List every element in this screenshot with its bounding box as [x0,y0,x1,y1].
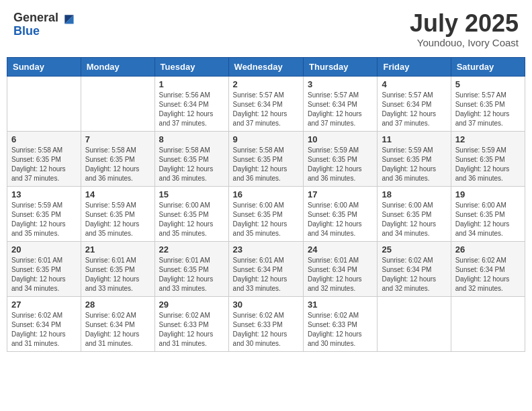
calendar-cell: 31Sunrise: 6:02 AM Sunset: 6:33 PM Dayli… [304,296,378,351]
day-info: Sunrise: 6:02 AM Sunset: 6:34 PM Dayligh… [455,256,521,293]
day-number: 6 [11,134,77,144]
day-number: 11 [382,134,446,144]
day-info: Sunrise: 6:02 AM Sunset: 6:33 PM Dayligh… [308,311,373,349]
weekday-header: Thursday [304,57,378,76]
calendar-cell: 7Sunrise: 5:58 AM Sunset: 6:35 PM Daylig… [81,131,154,186]
day-number: 3 [308,79,373,89]
calendar-cell: 26Sunrise: 6:02 AM Sunset: 6:34 PM Dayli… [451,241,525,296]
logo-general: General [13,11,58,24]
calendar-cell: 11Sunrise: 5:59 AM Sunset: 6:35 PM Dayli… [378,131,451,186]
day-info: Sunrise: 5:58 AM Sunset: 6:35 PM Dayligh… [159,146,224,183]
day-info: Sunrise: 6:00 AM Sunset: 6:35 PM Dayligh… [382,201,446,238]
calendar-cell: 25Sunrise: 6:02 AM Sunset: 6:34 PM Dayli… [378,241,451,296]
calendar-cell: 24Sunrise: 6:01 AM Sunset: 6:34 PM Dayli… [304,241,378,296]
month-title: July 2025 [410,10,519,37]
day-number: 14 [85,189,150,199]
calendar-cell: 8Sunrise: 5:58 AM Sunset: 6:35 PM Daylig… [154,131,228,186]
calendar-cell: 27Sunrise: 6:02 AM Sunset: 6:34 PM Dayli… [7,296,81,351]
weekday-header: Tuesday [154,57,228,76]
day-number: 20 [11,244,77,255]
day-number: 7 [85,134,150,144]
weekday-header: Monday [81,57,154,76]
weekday-header: Saturday [451,57,525,76]
day-number: 17 [308,189,373,199]
calendar-cell: 2Sunrise: 5:57 AM Sunset: 6:34 PM Daylig… [228,76,303,131]
title-block: July 2025 Youndouo, Ivory Coast [410,10,519,48]
calendar-cell: 22Sunrise: 6:01 AM Sunset: 6:35 PM Dayli… [154,241,228,296]
day-number: 19 [455,189,521,199]
calendar-cell: 4Sunrise: 5:57 AM Sunset: 6:34 PM Daylig… [378,76,451,131]
day-info: Sunrise: 6:01 AM Sunset: 6:34 PM Dayligh… [308,256,373,293]
calendar-header-row: SundayMondayTuesdayWednesdayThursdayFrid… [7,57,525,76]
calendar-cell: 9Sunrise: 5:58 AM Sunset: 6:35 PM Daylig… [228,131,303,186]
day-info: Sunrise: 6:02 AM Sunset: 6:34 PM Dayligh… [11,311,77,349]
logo: General Blue [13,10,75,37]
day-number: 8 [159,134,224,144]
day-info: Sunrise: 5:59 AM Sunset: 6:35 PM Dayligh… [308,146,373,183]
day-number: 29 [159,300,224,310]
day-info: Sunrise: 6:02 AM Sunset: 6:33 PM Dayligh… [233,311,299,349]
day-info: Sunrise: 6:02 AM Sunset: 6:34 PM Dayligh… [85,311,150,349]
calendar-cell: 28Sunrise: 6:02 AM Sunset: 6:34 PM Dayli… [81,296,154,351]
day-info: Sunrise: 5:57 AM Sunset: 6:35 PM Dayligh… [455,91,521,128]
calendar-week-row: 20Sunrise: 6:01 AM Sunset: 6:35 PM Dayli… [7,241,525,296]
day-number: 1 [159,79,224,89]
day-info: Sunrise: 5:59 AM Sunset: 6:35 PM Dayligh… [455,146,521,183]
day-info: Sunrise: 6:02 AM Sunset: 6:34 PM Dayligh… [382,256,446,293]
day-info: Sunrise: 6:01 AM Sunset: 6:35 PM Dayligh… [85,256,150,293]
day-info: Sunrise: 5:56 AM Sunset: 6:34 PM Dayligh… [159,91,224,128]
day-number: 22 [159,244,224,255]
calendar-cell [378,296,451,351]
day-number: 18 [382,189,446,199]
day-number: 23 [233,244,299,255]
day-number: 21 [85,244,150,255]
calendar-cell: 12Sunrise: 5:59 AM Sunset: 6:35 PM Dayli… [451,131,525,186]
weekday-header: Friday [378,57,451,76]
day-number: 9 [233,134,299,144]
day-number: 25 [382,244,446,255]
day-info: Sunrise: 6:00 AM Sunset: 6:35 PM Dayligh… [308,201,373,238]
calendar-cell: 10Sunrise: 5:59 AM Sunset: 6:35 PM Dayli… [304,131,378,186]
day-info: Sunrise: 6:01 AM Sunset: 6:34 PM Dayligh… [233,256,299,293]
calendar-cell: 5Sunrise: 5:57 AM Sunset: 6:35 PM Daylig… [451,76,525,131]
calendar-week-row: 1Sunrise: 5:56 AM Sunset: 6:34 PM Daylig… [7,76,525,131]
calendar-cell: 30Sunrise: 6:02 AM Sunset: 6:33 PM Dayli… [228,296,303,351]
day-number: 16 [233,189,299,199]
day-number: 15 [159,189,224,199]
calendar-cell [81,76,154,131]
day-info: Sunrise: 5:59 AM Sunset: 6:35 PM Dayligh… [382,146,446,183]
day-number: 26 [455,244,521,255]
day-number: 12 [455,134,521,144]
page-header: General Blue July 2025 Youndouo, Ivory C… [7,7,525,52]
calendar-cell: 15Sunrise: 6:00 AM Sunset: 6:35 PM Dayli… [154,186,228,241]
location-subtitle: Youndouo, Ivory Coast [410,37,519,48]
day-number: 5 [455,79,521,89]
calendar-cell: 29Sunrise: 6:02 AM Sunset: 6:33 PM Dayli… [154,296,228,351]
calendar-cell [7,76,81,131]
day-info: Sunrise: 5:59 AM Sunset: 6:35 PM Dayligh… [85,201,150,238]
calendar-cell: 3Sunrise: 5:57 AM Sunset: 6:34 PM Daylig… [304,76,378,131]
day-info: Sunrise: 5:58 AM Sunset: 6:35 PM Dayligh… [11,146,77,183]
day-info: Sunrise: 6:02 AM Sunset: 6:33 PM Dayligh… [159,311,224,349]
day-info: Sunrise: 6:00 AM Sunset: 6:35 PM Dayligh… [455,201,521,238]
day-number: 4 [382,79,446,89]
weekday-header: Sunday [7,57,81,76]
calendar-cell: 18Sunrise: 6:00 AM Sunset: 6:35 PM Dayli… [378,186,451,241]
day-number: 24 [308,244,373,255]
calendar-cell: 20Sunrise: 6:01 AM Sunset: 6:35 PM Dayli… [7,241,81,296]
calendar-cell: 19Sunrise: 6:00 AM Sunset: 6:35 PM Dayli… [451,186,525,241]
calendar-cell: 13Sunrise: 5:59 AM Sunset: 6:35 PM Dayli… [7,186,81,241]
day-number: 28 [85,300,150,310]
day-info: Sunrise: 5:57 AM Sunset: 6:34 PM Dayligh… [233,91,299,128]
calendar-week-row: 27Sunrise: 6:02 AM Sunset: 6:34 PM Dayli… [7,296,525,351]
calendar-week-row: 6Sunrise: 5:58 AM Sunset: 6:35 PM Daylig… [7,131,525,186]
calendar-cell: 6Sunrise: 5:58 AM Sunset: 6:35 PM Daylig… [7,131,81,186]
calendar-cell: 23Sunrise: 6:01 AM Sunset: 6:34 PM Dayli… [228,241,303,296]
calendar-cell: 14Sunrise: 5:59 AM Sunset: 6:35 PM Dayli… [81,186,154,241]
weekday-header: Wednesday [228,57,303,76]
calendar-cell: 21Sunrise: 6:01 AM Sunset: 6:35 PM Dayli… [81,241,154,296]
calendar-cell: 1Sunrise: 5:56 AM Sunset: 6:34 PM Daylig… [154,76,228,131]
day-info: Sunrise: 6:01 AM Sunset: 6:35 PM Dayligh… [159,256,224,293]
calendar-cell [451,296,525,351]
logo-icon [60,10,75,25]
